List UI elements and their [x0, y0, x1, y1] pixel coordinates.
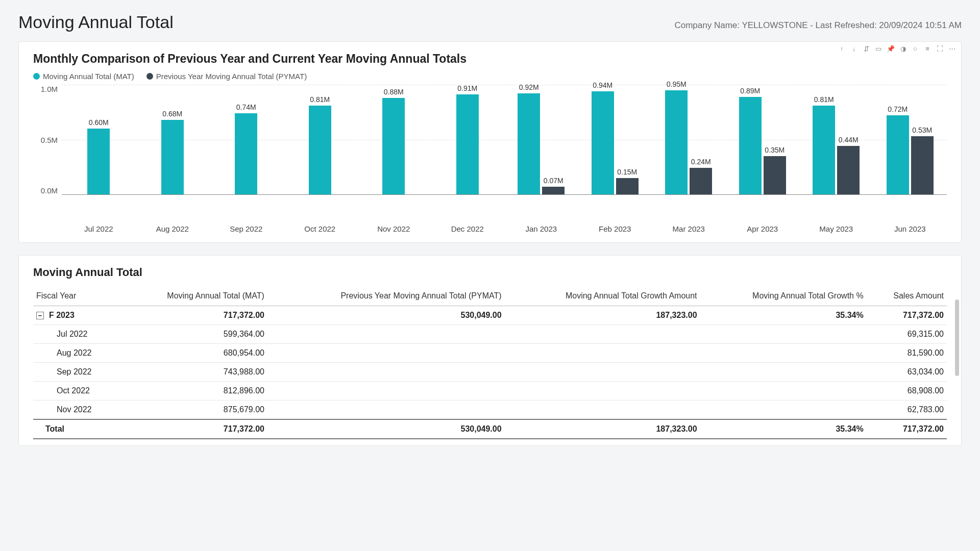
legend-pymat-label: Previous Year Moving Annual Total (PYMAT…	[156, 72, 307, 81]
col-mat[interactable]: Moving Annual Total (MAT)	[120, 286, 267, 306]
mat-table[interactable]: Fiscal Year Moving Annual Total (MAT) Pr…	[33, 286, 947, 439]
bar-group[interactable]: 0.74M	[209, 85, 283, 194]
col-fiscal-year[interactable]: Fiscal Year	[33, 286, 120, 306]
cell-pymat: 530,049.00	[267, 306, 505, 325]
cell-mat: 875,679.00	[120, 400, 267, 420]
legend-pymat[interactable]: Previous Year Moving Annual Total (PYMAT…	[146, 72, 307, 81]
copy-icon[interactable]: ◑	[899, 45, 907, 53]
bar[interactable]: 0.89M	[739, 97, 762, 194]
cell-growth-pct: 35.34%	[700, 306, 867, 325]
total-label: Total	[33, 419, 120, 439]
group-label[interactable]: −F 2023	[33, 306, 120, 325]
pin-icon[interactable]: 📌	[887, 45, 895, 53]
bar-value-label: 0.53M	[912, 126, 932, 134]
bar-group[interactable]: 0.91M	[431, 85, 505, 194]
table-title: Moving Annual Total	[33, 266, 947, 279]
cell-sales: 63,034.00	[867, 363, 947, 382]
table-group-row[interactable]: −F 2023717,372.00530,049.00187,323.0035.…	[33, 306, 947, 325]
bar[interactable]: 0.35M	[764, 156, 786, 194]
scrollbar-thumb[interactable]	[955, 299, 959, 376]
chart-area: 1.0M 0.5M 0.0M 0.60M0.68M0.74M0.81M0.88M…	[33, 85, 947, 221]
cell-sales: 68,908.00	[867, 382, 947, 400]
cell-sales: 81,590.00	[867, 344, 947, 363]
table-row[interactable]: Sep 2022743,988.0063,034.00	[33, 363, 947, 382]
cell-mat: 717,372.00	[120, 306, 267, 325]
hierarchy-icon[interactable]: ▭	[874, 45, 883, 53]
bar[interactable]: 0.53M	[911, 136, 934, 194]
cell-mat: 743,988.00	[120, 363, 267, 382]
x-tick-label: Jul 2022	[62, 221, 136, 233]
cell-mat: 680,954.00	[120, 344, 267, 363]
bar-group[interactable]: 0.89M0.35M	[726, 85, 800, 194]
drill-down-icon[interactable]: ↓	[850, 45, 858, 53]
x-tick-label: Apr 2023	[726, 221, 800, 233]
page-header: Moving Annual Total Company Name: YELLOW…	[18, 12, 962, 32]
col-growth-pct[interactable]: Moving Annual Total Growth %	[700, 286, 867, 306]
bar[interactable]: 0.15M	[616, 178, 639, 194]
col-growth-amt[interactable]: Moving Annual Total Growth Amount	[505, 286, 700, 306]
focus-mode-icon[interactable]: ⛶	[936, 45, 944, 53]
bar[interactable]: 0.68M	[161, 120, 184, 194]
bar[interactable]: 0.94M	[592, 91, 614, 194]
bar[interactable]: 0.74M	[235, 113, 257, 194]
col-sales[interactable]: Sales Amount	[867, 286, 947, 306]
x-tick-label: May 2023	[799, 221, 873, 233]
more-options-icon[interactable]: ⋯	[948, 45, 956, 53]
bar[interactable]: 0.92M	[518, 93, 540, 194]
bar-group[interactable]: 0.95M0.24M	[652, 85, 726, 194]
bar[interactable]: 0.95M	[665, 90, 688, 194]
x-tick-label: Oct 2022	[283, 221, 357, 233]
row-label: Jul 2022	[33, 325, 120, 344]
bar[interactable]: 0.44M	[837, 146, 860, 194]
bar-group[interactable]: 0.72M0.53M	[873, 85, 947, 194]
y-tick: 1.0M	[41, 85, 58, 93]
bar-group[interactable]: 0.81M0.44M	[799, 85, 873, 194]
table-row[interactable]: Jul 2022599,364.0069,315.00	[33, 325, 947, 344]
chart-title: Monthly Comparison of Previous Year and …	[33, 52, 947, 66]
legend-mat[interactable]: Moving Annual Total (MAT)	[33, 72, 134, 81]
table-header-row: Fiscal Year Moving Annual Total (MAT) Pr…	[33, 286, 947, 306]
bar-group[interactable]: 0.94M0.15M	[578, 85, 652, 194]
bar-group[interactable]: 0.81M	[283, 85, 357, 194]
bar[interactable]: 0.24M	[690, 168, 712, 194]
filter-icon[interactable]: ≡	[923, 45, 932, 53]
x-tick-label: Jan 2023	[504, 221, 578, 233]
y-tick: 0.0M	[41, 186, 58, 195]
bar[interactable]: 0.88M	[382, 98, 405, 194]
bar[interactable]: 0.81M	[309, 106, 331, 194]
chart-plot[interactable]: 0.60M0.68M0.74M0.81M0.88M0.91M0.92M0.07M…	[62, 85, 947, 195]
bar-value-label: 0.91M	[457, 84, 477, 92]
cell-sales: 717,372.00	[867, 306, 947, 325]
bar-group[interactable]: 0.88M	[357, 85, 431, 194]
x-tick-label: Dec 2022	[431, 221, 505, 233]
x-tick-label: Feb 2023	[578, 221, 652, 233]
bar-value-label: 0.81M	[310, 95, 330, 104]
col-pymat[interactable]: Previous Year Moving Annual Total (PYMAT…	[267, 286, 505, 306]
filter-clear-icon[interactable]: ○	[911, 45, 919, 53]
cell-growth-amt: 187,323.00	[505, 306, 700, 325]
bar[interactable]: 0.81M	[813, 106, 835, 194]
collapse-icon[interactable]: −	[36, 312, 44, 319]
expand-icon[interactable]: ⇵	[862, 45, 870, 53]
table-row[interactable]: Oct 2022812,896.0068,908.00	[33, 382, 947, 400]
bar-group[interactable]: 0.68M	[136, 85, 210, 194]
bar-group[interactable]: 0.60M	[62, 85, 136, 194]
bar-value-label: 0.81M	[814, 95, 834, 104]
bar-value-label: 0.07M	[544, 177, 564, 185]
bar[interactable]: 0.07M	[542, 187, 565, 194]
y-axis: 1.0M 0.5M 0.0M	[33, 85, 62, 195]
bar[interactable]: 0.91M	[456, 94, 479, 194]
table-row[interactable]: Nov 2022875,679.0062,783.00	[33, 400, 947, 420]
table-row[interactable]: Aug 2022680,954.0081,590.00	[33, 344, 947, 363]
bar-value-label: 0.24M	[691, 158, 711, 166]
cell-sales: 62,783.00	[867, 400, 947, 420]
cell-growth-pct: 35.34%	[700, 419, 867, 439]
bar-value-label: 0.72M	[888, 105, 908, 113]
cell-mat: 812,896.00	[120, 382, 267, 400]
drill-up-icon[interactable]: ↑	[838, 45, 846, 53]
bar[interactable]: 0.60M	[87, 129, 110, 194]
bar-group[interactable]: 0.92M0.07M	[504, 85, 578, 194]
y-tick: 0.5M	[41, 136, 58, 144]
bar[interactable]: 0.72M	[887, 115, 909, 194]
x-axis: Jul 2022Aug 2022Sep 2022Oct 2022Nov 2022…	[62, 221, 947, 233]
